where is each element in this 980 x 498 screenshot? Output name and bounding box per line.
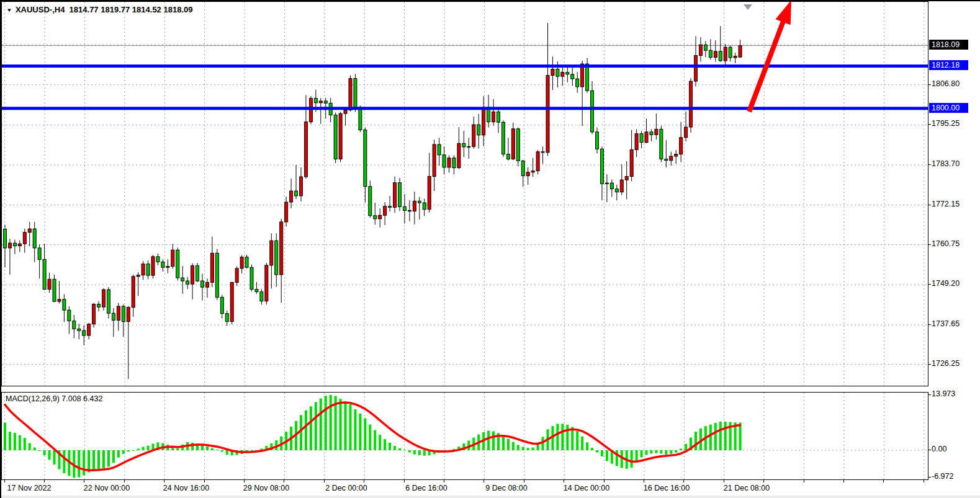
- macd-bar[interactable]: [601, 450, 603, 456]
- macd-bar[interactable]: [29, 443, 31, 450]
- macd-bar[interactable]: [320, 399, 322, 450]
- bear-candle[interactable]: [275, 241, 278, 275]
- bear-candle[interactable]: [146, 264, 150, 275]
- macd-bar[interactable]: [502, 435, 505, 450]
- bull-candle[interactable]: [137, 275, 140, 277]
- bull-candle[interactable]: [339, 113, 342, 159]
- bull-candle[interactable]: [714, 51, 717, 58]
- bull-candle[interactable]: [635, 134, 638, 150]
- macd-bar[interactable]: [92, 450, 95, 470]
- macd-bar[interactable]: [393, 446, 396, 450]
- macd-bar[interactable]: [127, 450, 130, 451]
- macd-bar[interactable]: [492, 431, 495, 450]
- macd-bar[interactable]: [645, 450, 648, 455]
- bull-candle[interactable]: [724, 47, 727, 61]
- bear-candle[interactable]: [255, 289, 258, 291]
- bull-candle[interactable]: [210, 253, 214, 282]
- bull-candle[interactable]: [472, 125, 475, 146]
- macd-bar[interactable]: [117, 450, 120, 458]
- bull-candle[interactable]: [92, 305, 96, 324]
- bear-candle[interactable]: [314, 98, 317, 102]
- bull-candle[interactable]: [695, 56, 698, 81]
- macd-bar[interactable]: [403, 450, 406, 450]
- macd-bar[interactable]: [719, 422, 722, 450]
- bear-candle[interactable]: [521, 161, 524, 176]
- bear-candle[interactable]: [719, 51, 722, 61]
- macd-bar[interactable]: [48, 450, 51, 460]
- bear-candle[interactable]: [196, 265, 199, 281]
- macd-bar[interactable]: [389, 443, 391, 450]
- bull-candle[interactable]: [235, 269, 238, 282]
- bear-candle[interactable]: [566, 72, 569, 74]
- bull-candle[interactable]: [102, 290, 106, 307]
- macd-bar[interactable]: [566, 425, 569, 450]
- bear-candle[interactable]: [423, 203, 426, 210]
- macd-bar[interactable]: [142, 447, 145, 450]
- macd-bar[interactable]: [591, 448, 593, 450]
- macd-bar[interactable]: [137, 448, 140, 450]
- bear-candle[interactable]: [181, 278, 184, 281]
- bull-candle[interactable]: [526, 172, 529, 176]
- macd-bar[interactable]: [685, 444, 687, 450]
- macd-bar[interactable]: [675, 450, 677, 453]
- bull-candle[interactable]: [304, 122, 307, 177]
- bull-candle[interactable]: [655, 129, 658, 135]
- macd-bar[interactable]: [34, 448, 36, 450]
- macd-bar[interactable]: [374, 430, 376, 450]
- macd-bar[interactable]: [310, 406, 312, 450]
- bull-candle[interactable]: [265, 265, 268, 301]
- bull-candle[interactable]: [620, 180, 623, 192]
- bull-candle[interactable]: [551, 69, 554, 75]
- bear-candle[interactable]: [369, 187, 372, 216]
- macd-bar[interactable]: [670, 450, 672, 454]
- macd-bar[interactable]: [596, 450, 598, 453]
- macd-bar[interactable]: [606, 450, 608, 461]
- bull-candle[interactable]: [8, 243, 11, 248]
- bull-candle[interactable]: [151, 257, 155, 275]
- bull-candle[interactable]: [48, 279, 51, 289]
- macd-bar[interactable]: [43, 450, 46, 455]
- bear-candle[interactable]: [571, 74, 574, 79]
- macd-bar[interactable]: [226, 450, 228, 455]
- bear-candle[interactable]: [462, 143, 465, 147]
- macd-bar[interactable]: [408, 450, 411, 453]
- macd-bar[interactable]: [398, 448, 401, 450]
- macd-bar[interactable]: [24, 438, 26, 450]
- bear-candle[interactable]: [374, 216, 377, 219]
- bull-candle[interactable]: [290, 191, 293, 202]
- bear-candle[interactable]: [398, 183, 402, 207]
- bull-candle[interactable]: [467, 146, 470, 147]
- bear-candle[interactable]: [501, 122, 505, 154]
- bull-candle[interactable]: [645, 132, 648, 143]
- macd-bar[interactable]: [695, 432, 697, 450]
- bear-candle[interactable]: [359, 107, 362, 130]
- bull-candle[interactable]: [191, 265, 194, 284]
- bear-candle[interactable]: [443, 155, 446, 167]
- bull-candle[interactable]: [205, 282, 209, 287]
- macd-bar[interactable]: [581, 437, 583, 450]
- bear-candle[interactable]: [156, 257, 160, 262]
- macd-bar[interactable]: [561, 424, 564, 450]
- macd-bar[interactable]: [379, 435, 381, 450]
- bull-candle[interactable]: [685, 127, 688, 138]
- macd-bar[interactable]: [413, 450, 416, 455]
- macd-bar[interactable]: [19, 435, 21, 450]
- bull-candle[interactable]: [270, 241, 273, 265]
- macd-bar[interactable]: [339, 399, 342, 450]
- bear-candle[interactable]: [541, 152, 544, 153]
- macd-indicator-panel[interactable]: MACD(12,26,9) 7.008 6.432: [1, 392, 928, 480]
- bear-candle[interactable]: [68, 310, 71, 321]
- bull-candle[interactable]: [166, 267, 169, 268]
- macd-bar[interactable]: [512, 442, 515, 450]
- macd-bar[interactable]: [354, 409, 356, 450]
- bull-candle[interactable]: [230, 282, 233, 321]
- bear-candle[interactable]: [215, 253, 218, 297]
- expand-triangle-icon[interactable]: ▼: [6, 7, 12, 13]
- bull-candle[interactable]: [690, 81, 693, 127]
- macd-bar[interactable]: [636, 450, 638, 461]
- bull-candle[interactable]: [675, 154, 678, 156]
- macd-bar[interactable]: [709, 425, 712, 450]
- bear-candle[interactable]: [334, 115, 337, 159]
- bear-candle[interactable]: [477, 125, 480, 135]
- bear-candle[interactable]: [83, 331, 86, 336]
